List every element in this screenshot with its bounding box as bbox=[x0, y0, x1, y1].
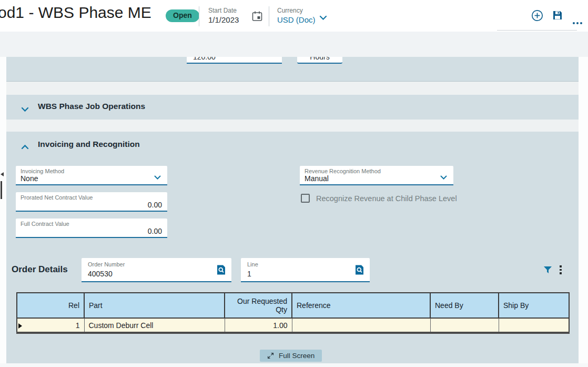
revenue-recognition-method-dropdown[interactable]: Revenue Recognition Method Manual bbox=[300, 166, 453, 185]
row-selector-marker-icon bbox=[18, 323, 22, 329]
status-badge: Open bbox=[166, 9, 199, 22]
currency-value: USD (Doc) bbox=[277, 15, 316, 25]
expand-arrows-icon bbox=[267, 352, 274, 359]
column-header-need-by[interactable]: Need By bbox=[430, 293, 499, 318]
hours-value: 120.00 bbox=[187, 57, 282, 61]
column-header-ship-by[interactable]: Ship By bbox=[499, 293, 569, 318]
prorated-net-contract-value-label: Prorated Net Contract Value bbox=[21, 194, 93, 201]
more-options-icon[interactable] bbox=[573, 22, 582, 24]
column-header-reference[interactable]: Reference bbox=[292, 293, 430, 318]
column-header-our-requested-qty[interactable]: Our Requested Qty bbox=[225, 293, 292, 318]
start-date-label: Start Date bbox=[208, 7, 239, 15]
divider bbox=[269, 6, 269, 26]
currency-field[interactable]: Currency USD (Doc) bbox=[277, 7, 316, 25]
cell-rel[interactable]: 1 bbox=[17, 318, 84, 333]
cell-rel-value: 1 bbox=[76, 321, 80, 330]
full-contract-value-label: Full Contract Value bbox=[21, 221, 69, 227]
cell-our-requested-qty[interactable]: 1.00 bbox=[225, 318, 292, 333]
start-date-value: 1/1/2023 bbox=[208, 15, 239, 25]
bottom-strip bbox=[0, 363, 588, 367]
divider bbox=[199, 6, 199, 26]
chevron-up-icon[interactable] bbox=[21, 142, 29, 152]
scrollbar-thumb[interactable] bbox=[1, 181, 2, 199]
line-label: Line bbox=[247, 261, 258, 267]
toolbar-rule bbox=[497, 30, 577, 31]
uom-field-partial[interactable]: Hours bbox=[297, 57, 342, 64]
prorated-net-contract-value-value: 0.00 bbox=[148, 201, 162, 209]
order-number-lookup-icon[interactable] bbox=[216, 264, 227, 277]
recognize-revenue-checkbox-label: Recognize Revenue at Child Phase Level bbox=[316, 194, 457, 203]
invoicing-method-value: None bbox=[21, 174, 38, 183]
invoicing-method-label: Invoicing Method bbox=[21, 168, 64, 174]
prorated-net-contract-value-field[interactable]: Prorated Net Contract Value 0.00 bbox=[16, 192, 167, 212]
uom-value: Hours bbox=[297, 57, 342, 61]
cell-need-by[interactable] bbox=[430, 318, 499, 333]
currency-label: Currency bbox=[277, 7, 316, 15]
line-field[interactable]: Line 1 bbox=[241, 258, 370, 282]
currency-chevron-down-icon[interactable] bbox=[319, 13, 327, 23]
start-date-field[interactable]: Start Date 1/1/2023 bbox=[208, 7, 239, 25]
line-value: 1 bbox=[247, 270, 251, 278]
full-screen-label: Full Screen bbox=[279, 352, 315, 360]
line-lookup-icon[interactable] bbox=[354, 264, 365, 277]
collapse-panel-arrow-icon[interactable] bbox=[1, 172, 4, 176]
cell-reference[interactable] bbox=[292, 318, 430, 333]
column-header-part[interactable]: Part bbox=[84, 293, 225, 318]
chevron-down-icon bbox=[440, 173, 447, 182]
order-number-value: 400530 bbox=[88, 270, 113, 278]
invoicing-method-dropdown[interactable]: Invoicing Method None bbox=[16, 166, 167, 185]
order-details-title: Order Details bbox=[12, 264, 68, 275]
order-number-field[interactable]: Order Number 400530 bbox=[82, 258, 231, 282]
chevron-down-icon[interactable] bbox=[21, 105, 29, 114]
grid-options-kebab-icon[interactable] bbox=[560, 265, 562, 274]
column-header-rel[interactable]: Rel bbox=[17, 293, 84, 318]
order-lines-table: Rel Part Our Requested Qty Reference Nee… bbox=[16, 292, 570, 334]
recognize-revenue-checkbox[interactable] bbox=[301, 194, 310, 203]
chevron-down-icon bbox=[154, 173, 161, 182]
scrolled-section-partial: 120.00 Hours bbox=[6, 57, 579, 82]
sub-header-bar: Contract WBS Phase 7 of 10 WBS Phase ID … bbox=[0, 32, 588, 57]
save-icon[interactable] bbox=[552, 10, 563, 23]
revenue-recognition-method-value: Manual bbox=[305, 174, 329, 183]
revenue-recognition-method-label: Revenue Recognition Method bbox=[305, 168, 381, 174]
filter-icon[interactable] bbox=[543, 266, 552, 276]
section-title: Invoicing and Recognition bbox=[38, 140, 140, 149]
table-header-row: Rel Part Our Requested Qty Reference Nee… bbox=[17, 293, 569, 318]
cell-part[interactable]: Custom Deburr Cell bbox=[84, 318, 225, 333]
section-title: WBS Phase Job Operations bbox=[38, 102, 145, 111]
cell-ship-by[interactable] bbox=[499, 318, 569, 333]
recognize-revenue-checkbox-row: Recognize Revenue at Child Phase Level bbox=[301, 194, 457, 203]
header-bar: od1 - WBS Phase ME Open Start Date 1/1/2… bbox=[0, 0, 588, 32]
section-job-operations[interactable]: WBS Phase Job Operations bbox=[6, 95, 579, 120]
full-contract-value-value: 0.00 bbox=[148, 227, 162, 235]
wbs-phase-page: od1 - WBS Phase ME Open Start Date 1/1/2… bbox=[0, 0, 588, 367]
full-contract-value-field[interactable]: Full Contract Value 0.00 bbox=[16, 219, 167, 238]
page-title: od1 - WBS Phase ME bbox=[0, 4, 151, 22]
new-record-icon[interactable] bbox=[531, 9, 543, 24]
hours-field-partial[interactable]: 120.00 bbox=[187, 57, 282, 64]
calendar-icon[interactable] bbox=[251, 11, 263, 24]
full-screen-button[interactable]: Full Screen bbox=[260, 350, 322, 362]
order-number-label: Order Number bbox=[88, 261, 125, 267]
table-row[interactable]: 1 Custom Deburr Cell 1.00 bbox=[17, 318, 569, 333]
